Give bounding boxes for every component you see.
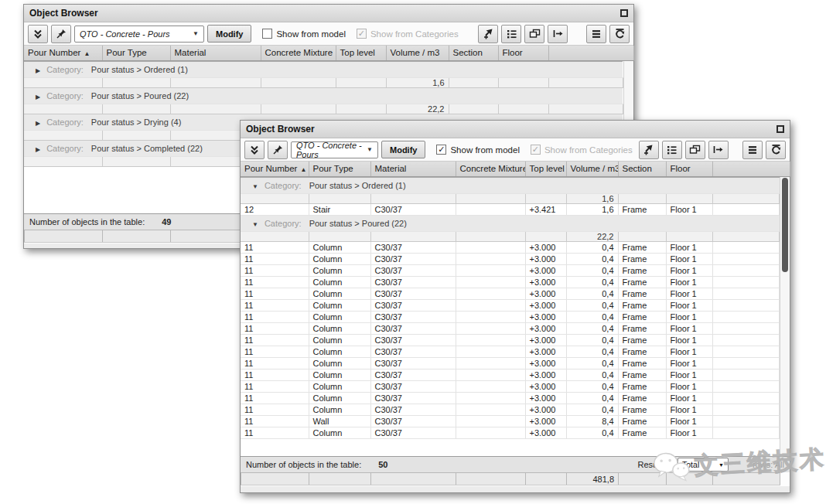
table-row[interactable]: 11ColumnC30/37+3.0000,4FrameFloor 1 xyxy=(241,264,780,276)
subtotal-row: 1,6 xyxy=(24,77,623,87)
menu-button[interactable] xyxy=(586,25,606,43)
category-row[interactable]: ▼Category:Pour status > Ordered (1) xyxy=(241,177,780,193)
cursor-plus-icon xyxy=(483,28,494,39)
column-header-filler xyxy=(712,162,790,176)
collapse-all-button[interactable] xyxy=(28,25,48,43)
column-header-concrete-mixture[interactable]: Concrete Mixture xyxy=(261,46,336,60)
table-row[interactable]: 11ColumnC30/37+3.0000,4FrameFloor 1 xyxy=(241,311,780,322)
category-row[interactable]: ▶Category:Pour status > Poured (22) xyxy=(24,87,623,104)
modify-button[interactable]: Modify xyxy=(381,141,425,158)
category-row[interactable]: ▼Category:Pour status > Poured (22) xyxy=(241,215,780,231)
table-row[interactable]: 11WallC30/37+3.0008,4FrameFloor 1 xyxy=(241,415,780,427)
sort-ascending-icon: ▲ xyxy=(300,166,306,173)
column-header-filler xyxy=(548,46,634,60)
category-label: Pour status > Poured (22) xyxy=(309,219,407,228)
column-header-material[interactable]: Material xyxy=(170,46,261,60)
column-header-concrete-mixture[interactable]: Concrete Mixture xyxy=(456,162,525,176)
maximize-button[interactable] xyxy=(777,125,784,133)
show-from-model-checkbox[interactable]: Show from model xyxy=(262,29,345,39)
object-count-value: 50 xyxy=(378,460,387,469)
expand-icon[interactable]: ▶ xyxy=(36,120,40,127)
copy-icon xyxy=(689,144,701,155)
column-header-pour-type[interactable]: Pour Type xyxy=(309,162,370,176)
menu-button[interactable] xyxy=(742,141,763,159)
table-row[interactable]: 12StairC30/37+3.4211,6FrameFloor 1 xyxy=(241,203,780,215)
table-row[interactable]: 11ColumnC30/37+3.0000,4FrameFloor 1 xyxy=(241,241,780,253)
table-row[interactable]: 11ColumnC30/37+3.0000,4FrameFloor 1 xyxy=(241,427,780,438)
column-header-pour-type[interactable]: Pour Type xyxy=(102,46,170,60)
show-list-button[interactable] xyxy=(501,25,521,43)
export-button[interactable] xyxy=(708,141,729,159)
copy-button[interactable] xyxy=(685,141,705,159)
table-row[interactable]: 11ColumnC30/37+3.0000,4FrameFloor 1 xyxy=(241,346,780,357)
select-in-model-button[interactable] xyxy=(639,141,659,159)
query-combobox[interactable]: QTO - Concrete - Pours ▼ xyxy=(291,141,378,158)
show-from-categories-checkbox: ✓ Show from Categories xyxy=(531,145,633,155)
scrollbar-thumb[interactable] xyxy=(782,178,788,272)
checkbox-box[interactable]: ✓ xyxy=(436,145,446,155)
export-arrow-icon xyxy=(712,144,724,155)
query-combobox[interactable]: QTO - Concrete - Pours ▼ xyxy=(74,26,204,43)
table-row[interactable]: 11ColumnC30/37+3.0000,4FrameFloor 1 xyxy=(241,380,780,392)
refresh-button[interactable] xyxy=(766,141,786,159)
category-label: Pour status > Ordered (1) xyxy=(91,65,188,74)
show-list-button[interactable] xyxy=(662,141,682,159)
column-header-volume[interactable]: Volume / m3 xyxy=(566,162,618,176)
collapse-all-button[interactable] xyxy=(244,141,265,159)
category-row[interactable]: ▶Category:Pour status > Ordered (1) xyxy=(24,61,623,77)
export-button[interactable] xyxy=(548,25,568,43)
table-row[interactable]: 11ColumnC30/37+3.0000,4FrameFloor 1 xyxy=(241,369,780,380)
checkbox-label: Show from model xyxy=(276,29,345,39)
show-from-model-checkbox[interactable]: ✓ Show from model xyxy=(436,145,519,155)
sort-ascending-icon: ▲ xyxy=(84,50,90,57)
column-header-pour-number[interactable]: Pour Number▲ xyxy=(241,162,309,176)
collapse-icon[interactable]: ▼ xyxy=(252,183,258,190)
table-row[interactable]: 11ColumnC30/37+3.0000,4FrameFloor 1 xyxy=(241,299,780,311)
category-prefix: Category: xyxy=(265,219,302,228)
checkbox-box: ✓ xyxy=(531,145,541,155)
table-row[interactable]: 11ColumnC30/37+3.0000,4FrameFloor 1 xyxy=(241,334,780,346)
column-header-row: Pour Number▲ Pour Type Material Concrete… xyxy=(24,46,634,61)
table-row[interactable]: 11ColumnC30/37+3.0000,4FrameFloor 1 xyxy=(241,276,780,288)
pin-button[interactable] xyxy=(268,141,288,159)
table-row[interactable]: 11ColumnC30/37+3.0000,4FrameFloor 1 xyxy=(241,288,780,299)
show-from-categories-checkbox: ✓ Show from Categories xyxy=(357,29,459,39)
pin-button[interactable] xyxy=(51,25,71,43)
refresh-button[interactable] xyxy=(609,25,630,43)
column-header-top-level[interactable]: Top level xyxy=(336,46,386,60)
table-row[interactable]: 11ColumnC30/37+3.0000,4FrameFloor 1 xyxy=(241,253,780,264)
expand-icon[interactable]: ▶ xyxy=(36,146,40,153)
titlebar[interactable]: Object Browser xyxy=(24,5,633,22)
subtotal-row: 22,2 xyxy=(241,231,780,241)
table-row[interactable]: 11ColumnC30/37+3.0000,4FrameFloor 1 xyxy=(241,392,780,404)
collapse-icon[interactable]: ▼ xyxy=(252,221,258,228)
table-row[interactable]: 11ColumnC30/37+3.0000,4FrameFloor 1 xyxy=(241,404,780,415)
titlebar[interactable]: Object Browser xyxy=(241,121,790,138)
column-header-floor[interactable]: Floor xyxy=(498,46,548,60)
window-title: Object Browser xyxy=(29,8,98,19)
hamburger-icon xyxy=(747,145,758,155)
result-of-combobox[interactable]: Total ▼ xyxy=(678,458,729,472)
column-header-section[interactable]: Section xyxy=(618,162,666,176)
vertical-scrollbar[interactable] xyxy=(780,177,790,457)
column-header-volume[interactable]: Volume / m3 xyxy=(386,46,449,60)
checkbox-label: Show from model xyxy=(450,145,519,155)
double-chevron-down-icon xyxy=(32,29,43,39)
checkbox-box[interactable] xyxy=(262,29,272,39)
column-header-section[interactable]: Section xyxy=(449,46,498,60)
category-label: Pour status > Poured (22) xyxy=(91,91,189,100)
expand-icon[interactable]: ▶ xyxy=(36,94,40,100)
modify-button[interactable]: Modify xyxy=(207,25,251,43)
column-header-floor[interactable]: Floor xyxy=(666,162,712,176)
table-row[interactable]: 11ColumnC30/37+3.0000,4FrameFloor 1 xyxy=(241,322,780,334)
table-row[interactable]: 11ColumnC30/37+3.0000,4FrameFloor 1 xyxy=(241,357,780,369)
column-header-top-level[interactable]: Top level xyxy=(525,162,566,176)
object-count-label: Number of objects in the table: xyxy=(246,460,361,469)
select-in-model-button[interactable] xyxy=(478,25,498,43)
expand-icon[interactable]: ▶ xyxy=(36,67,40,74)
column-header-pour-number[interactable]: Pour Number▲ xyxy=(24,46,102,60)
copy-button[interactable] xyxy=(524,25,544,43)
column-header-material[interactable]: Material xyxy=(370,162,456,176)
subtotal-row: 22,2 xyxy=(24,104,623,114)
maximize-button[interactable] xyxy=(620,9,628,17)
